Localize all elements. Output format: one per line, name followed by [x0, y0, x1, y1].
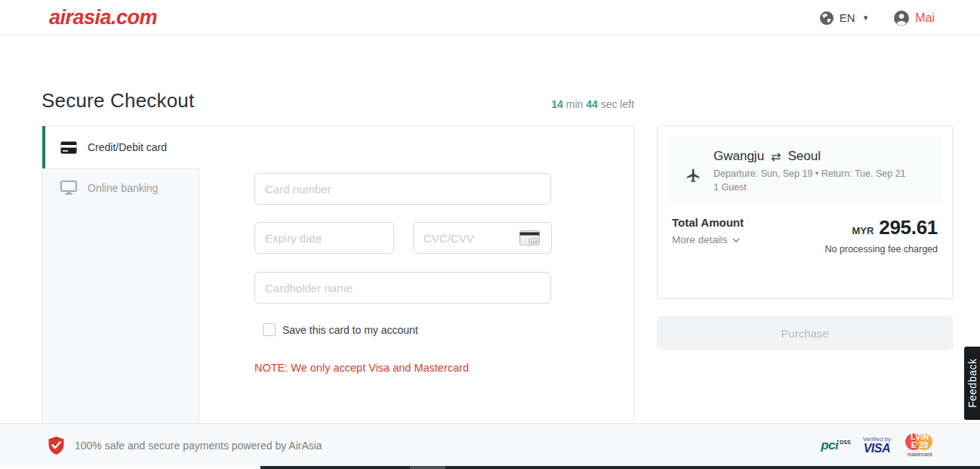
round-trip-arrows-icon: ⇄	[771, 150, 781, 164]
guest-count: 1 Guest	[713, 182, 906, 193]
chevron-down-icon	[732, 238, 740, 242]
footer: 100% safe and secure payments powered by…	[0, 423, 980, 467]
tab-online-banking[interactable]: Online banking	[42, 168, 199, 423]
airasia-logo[interactable]: airasia.com	[49, 6, 157, 29]
timer-min-label: min	[563, 98, 586, 110]
globe-icon	[819, 11, 834, 26]
chevron-down-icon: ▾	[864, 13, 868, 23]
origin-city: Gwangju	[713, 149, 764, 164]
processing-fee-note: No processing fee charged	[825, 244, 938, 255]
card-form: 123 Save this card to my account NOTE: W…	[199, 126, 633, 423]
user-icon	[893, 10, 910, 26]
total-amount-value: 295.61	[879, 216, 938, 239]
timer-seconds: 44	[586, 98, 598, 110]
tab-label: Online banking	[88, 182, 158, 194]
trip-text: Gwangju ⇄ Seoul Departure: Sun, Sep 19 •…	[713, 149, 906, 202]
booking-summary-panel: Gwangju ⇄ Seoul Departure: Sun, Sep 19 •…	[657, 125, 953, 299]
amount-line: MYR 295.61	[825, 216, 938, 239]
total-right: MYR 295.61 No processing fee charged	[825, 216, 938, 255]
trip-dates: Departure: Sun, Sep 19 • Return: Tue, Se…	[713, 168, 906, 179]
shield-check-icon	[48, 436, 65, 455]
payment-panel: Credit/Debit card Online banking	[42, 125, 634, 423]
visa-logo-text: VISA	[863, 443, 891, 455]
title-row: Secure Checkout 14 min 44 sec left	[42, 89, 634, 113]
payment-method-tabs: Credit/Debit card Online banking	[42, 126, 199, 423]
watermark-text: LVIN E 20	[903, 433, 936, 449]
scrollbar-thumb[interactable]	[410, 466, 445, 469]
total-amount-row: Total Amount More details MYR 295.61 No …	[658, 211, 952, 255]
language-selector[interactable]: EN ▾	[819, 11, 868, 26]
horizontal-scrollbar[interactable]	[260, 466, 980, 469]
monitor-icon	[60, 181, 77, 195]
trip-route: Gwangju ⇄ Seoul	[713, 149, 906, 164]
countdown-timer: 14 min 44 sec left	[551, 98, 634, 113]
expiry-date-input[interactable]	[254, 222, 394, 254]
save-card-row[interactable]: Save this card to my account	[263, 323, 418, 336]
card-number-input[interactable]	[254, 173, 551, 205]
pci-dss-logo: pci DSS	[821, 438, 850, 453]
purchase-button[interactable]: Purchase	[657, 316, 953, 350]
account-menu[interactable]: Mai	[893, 10, 935, 26]
verified-by-visa-logo: Verified by VISA	[863, 437, 891, 455]
secure-payments-text: 100% safe and secure payments powered by…	[75, 440, 322, 452]
tab-label: Credit/Debit card	[88, 141, 167, 153]
more-details-label: More details	[672, 234, 728, 245]
timer-minutes: 14	[551, 98, 563, 110]
top-bar: airasia.com EN ▾	[0, 0, 980, 35]
pci-logo-text: pci	[821, 438, 838, 453]
credit-card-icon	[60, 141, 77, 154]
feedback-tab[interactable]: Feedback	[964, 347, 980, 420]
trip-summary-card: Gwangju ⇄ Seoul Departure: Sun, Sep 19 •…	[667, 136, 942, 202]
watermark-line2: E 20	[903, 441, 936, 449]
mastercard-label: mastercard	[903, 452, 936, 457]
total-left: Total Amount More details	[672, 216, 744, 255]
more-details-toggle[interactable]: More details	[672, 234, 744, 245]
timer-sec-label: sec left	[598, 98, 634, 110]
cardholder-name-input[interactable]	[254, 272, 551, 304]
user-name: Mai	[915, 11, 935, 25]
mastercard-logo: LVIN E 20 mastercard	[903, 432, 936, 459]
topbar-right: EN ▾ Mai	[819, 0, 935, 35]
destination-city: Seoul	[788, 149, 821, 164]
tab-credit-debit-card[interactable]: Credit/Debit card	[42, 126, 199, 168]
language-label: EN	[840, 11, 855, 24]
currency-code: MYR	[852, 225, 874, 236]
secure-checkout-page: airasia.com EN ▾	[0, 0, 980, 469]
airplane-icon	[686, 149, 701, 202]
save-card-checkbox[interactable]	[263, 323, 276, 336]
page-title: Secure Checkout	[42, 89, 194, 113]
pci-dss-text: DSS	[840, 440, 850, 445]
total-amount-label: Total Amount	[672, 216, 744, 229]
cvc-card-icon: 123	[519, 230, 540, 245]
svg-text:123: 123	[530, 239, 537, 243]
card-acceptance-note: NOTE: We only accept Visa and Mastercard	[254, 362, 469, 374]
save-card-label: Save this card to my account	[282, 324, 418, 336]
payment-logos: pci DSS Verified by VISA LVIN E 20 maste…	[821, 424, 936, 467]
